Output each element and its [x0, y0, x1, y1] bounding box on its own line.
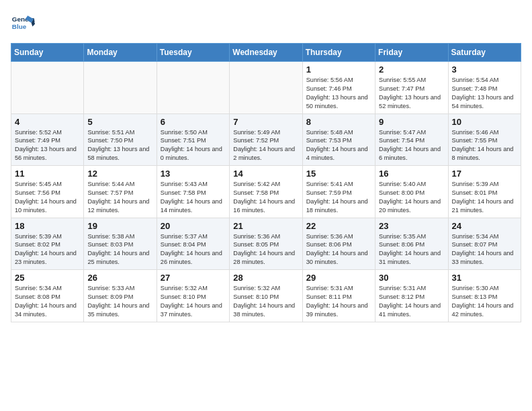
day-content: Sunrise: 5:39 AM Sunset: 8:02 PM Dayligh… [15, 232, 80, 267]
day-number: 30 [379, 273, 444, 283]
day-number: 5 [87, 117, 152, 127]
calendar-cell [157, 62, 229, 114]
calendar-cell: 28Sunrise: 5:32 AM Sunset: 8:10 PM Dayli… [230, 270, 302, 322]
day-content: Sunrise: 5:30 AM Sunset: 8:13 PM Dayligh… [452, 284, 517, 319]
day-content: Sunrise: 5:37 AM Sunset: 8:04 PM Dayligh… [161, 232, 226, 267]
calendar-cell: 23Sunrise: 5:35 AM Sunset: 8:06 PM Dayli… [375, 218, 448, 270]
day-header-sunday: Sunday [11, 44, 84, 62]
day-number: 14 [233, 169, 298, 179]
calendar-cell: 27Sunrise: 5:32 AM Sunset: 8:10 PM Dayli… [157, 270, 229, 322]
day-header-friday: Friday [375, 44, 448, 62]
day-content: Sunrise: 5:41 AM Sunset: 7:59 PM Dayligh… [306, 180, 371, 215]
day-content: Sunrise: 5:47 AM Sunset: 7:54 PM Dayligh… [379, 128, 444, 163]
calendar-cell: 25Sunrise: 5:34 AM Sunset: 8:08 PM Dayli… [11, 270, 84, 322]
day-content: Sunrise: 5:46 AM Sunset: 7:55 PM Dayligh… [452, 128, 517, 163]
day-content: Sunrise: 5:31 AM Sunset: 8:11 PM Dayligh… [306, 284, 371, 319]
day-number: 28 [233, 273, 298, 283]
page-header: General Blue [11, 11, 521, 35]
day-number: 20 [161, 221, 226, 231]
calendar-week-row: 18Sunrise: 5:39 AM Sunset: 8:02 PM Dayli… [11, 218, 521, 270]
day-content: Sunrise: 5:44 AM Sunset: 7:57 PM Dayligh… [87, 180, 152, 215]
day-number: 9 [379, 117, 444, 127]
calendar-cell: 14Sunrise: 5:42 AM Sunset: 7:58 PM Dayli… [230, 166, 302, 218]
day-number: 19 [87, 221, 152, 231]
day-content: Sunrise: 5:49 AM Sunset: 7:52 PM Dayligh… [233, 128, 298, 163]
calendar-cell [84, 62, 157, 114]
calendar-cell: 6Sunrise: 5:50 AM Sunset: 7:51 PM Daylig… [157, 113, 229, 166]
calendar-week-row: 4Sunrise: 5:52 AM Sunset: 7:49 PM Daylig… [11, 113, 521, 166]
calendar-cell: 3Sunrise: 5:54 AM Sunset: 7:48 PM Daylig… [448, 62, 521, 114]
day-content: Sunrise: 5:43 AM Sunset: 7:58 PM Dayligh… [161, 180, 226, 215]
calendar-cell: 17Sunrise: 5:39 AM Sunset: 8:01 PM Dayli… [448, 166, 521, 218]
calendar-cell: 13Sunrise: 5:43 AM Sunset: 7:58 PM Dayli… [157, 166, 229, 218]
calendar-cell: 30Sunrise: 5:31 AM Sunset: 8:12 PM Dayli… [375, 270, 448, 322]
day-number: 13 [161, 169, 226, 179]
day-header-saturday: Saturday [448, 44, 521, 62]
day-number: 25 [15, 273, 80, 283]
day-number: 31 [452, 273, 517, 283]
day-number: 12 [87, 169, 152, 179]
day-header-wednesday: Wednesday [230, 44, 302, 62]
calendar-cell: 18Sunrise: 5:39 AM Sunset: 8:02 PM Dayli… [11, 218, 84, 270]
day-content: Sunrise: 5:32 AM Sunset: 8:10 PM Dayligh… [161, 284, 226, 319]
day-content: Sunrise: 5:45 AM Sunset: 7:56 PM Dayligh… [15, 180, 80, 215]
day-number: 21 [233, 221, 298, 231]
day-number: 18 [15, 221, 80, 231]
day-content: Sunrise: 5:50 AM Sunset: 7:51 PM Dayligh… [161, 128, 226, 163]
day-content: Sunrise: 5:54 AM Sunset: 7:48 PM Dayligh… [452, 76, 517, 111]
calendar-cell: 21Sunrise: 5:36 AM Sunset: 8:05 PM Dayli… [230, 218, 302, 270]
day-header-thursday: Thursday [302, 44, 375, 62]
day-content: Sunrise: 5:55 AM Sunset: 7:47 PM Dayligh… [379, 76, 444, 111]
calendar-cell: 12Sunrise: 5:44 AM Sunset: 7:57 PM Dayli… [84, 166, 157, 218]
day-number: 2 [379, 64, 444, 75]
calendar-cell: 29Sunrise: 5:31 AM Sunset: 8:11 PM Dayli… [302, 270, 375, 322]
calendar-cell: 15Sunrise: 5:41 AM Sunset: 7:59 PM Dayli… [302, 166, 375, 218]
calendar-cell: 26Sunrise: 5:33 AM Sunset: 8:09 PM Dayli… [84, 270, 157, 322]
calendar-cell: 1Sunrise: 5:56 AM Sunset: 7:46 PM Daylig… [302, 62, 375, 114]
day-content: Sunrise: 5:56 AM Sunset: 7:46 PM Dayligh… [306, 76, 371, 111]
day-number: 22 [306, 221, 371, 231]
day-number: 16 [379, 169, 444, 179]
calendar-week-row: 25Sunrise: 5:34 AM Sunset: 8:08 PM Dayli… [11, 270, 521, 322]
day-content: Sunrise: 5:40 AM Sunset: 8:00 PM Dayligh… [379, 180, 444, 215]
day-content: Sunrise: 5:38 AM Sunset: 8:03 PM Dayligh… [87, 232, 152, 267]
calendar-table: SundayMondayTuesdayWednesdayThursdayFrid… [11, 43, 521, 322]
calendar-week-row: 11Sunrise: 5:45 AM Sunset: 7:56 PM Dayli… [11, 166, 521, 218]
calendar-cell: 10Sunrise: 5:46 AM Sunset: 7:55 PM Dayli… [448, 113, 521, 166]
day-header-tuesday: Tuesday [157, 44, 229, 62]
calendar-cell: 16Sunrise: 5:40 AM Sunset: 8:00 PM Dayli… [375, 166, 448, 218]
day-content: Sunrise: 5:32 AM Sunset: 8:10 PM Dayligh… [233, 284, 298, 319]
day-number: 23 [379, 221, 444, 231]
day-content: Sunrise: 5:35 AM Sunset: 8:06 PM Dayligh… [379, 232, 444, 267]
day-number: 15 [306, 169, 371, 179]
calendar-cell: 24Sunrise: 5:34 AM Sunset: 8:07 PM Dayli… [448, 218, 521, 270]
day-number: 17 [452, 169, 517, 179]
calendar-cell: 11Sunrise: 5:45 AM Sunset: 7:56 PM Dayli… [11, 166, 84, 218]
logo: General Blue [11, 11, 35, 35]
calendar-cell: 20Sunrise: 5:37 AM Sunset: 8:04 PM Dayli… [157, 218, 229, 270]
day-content: Sunrise: 5:34 AM Sunset: 8:07 PM Dayligh… [452, 232, 517, 267]
calendar-cell: 31Sunrise: 5:30 AM Sunset: 8:13 PM Dayli… [448, 270, 521, 322]
calendar-cell: 5Sunrise: 5:51 AM Sunset: 7:50 PM Daylig… [84, 113, 157, 166]
calendar-cell [230, 62, 302, 114]
calendar-cell: 8Sunrise: 5:48 AM Sunset: 7:53 PM Daylig… [302, 113, 375, 166]
day-content: Sunrise: 5:51 AM Sunset: 7:50 PM Dayligh… [87, 128, 152, 163]
day-number: 1 [306, 64, 371, 75]
day-number: 8 [306, 117, 371, 127]
day-number: 4 [15, 117, 80, 127]
day-number: 27 [161, 273, 226, 283]
calendar-week-row: 1Sunrise: 5:56 AM Sunset: 7:46 PM Daylig… [11, 62, 521, 114]
day-content: Sunrise: 5:33 AM Sunset: 8:09 PM Dayligh… [87, 284, 152, 319]
logo-icon: General Blue [11, 11, 35, 35]
day-content: Sunrise: 5:52 AM Sunset: 7:49 PM Dayligh… [15, 128, 80, 163]
calendar-cell: 2Sunrise: 5:55 AM Sunset: 7:47 PM Daylig… [375, 62, 448, 114]
calendar-cell: 22Sunrise: 5:36 AM Sunset: 8:06 PM Dayli… [302, 218, 375, 270]
calendar-cell: 9Sunrise: 5:47 AM Sunset: 7:54 PM Daylig… [375, 113, 448, 166]
day-content: Sunrise: 5:48 AM Sunset: 7:53 PM Dayligh… [306, 128, 371, 163]
calendar-header-row: SundayMondayTuesdayWednesdayThursdayFrid… [11, 44, 521, 62]
day-number: 11 [15, 169, 80, 179]
day-number: 29 [306, 273, 371, 283]
day-number: 6 [161, 117, 226, 127]
day-number: 26 [87, 273, 152, 283]
day-number: 3 [452, 64, 517, 75]
